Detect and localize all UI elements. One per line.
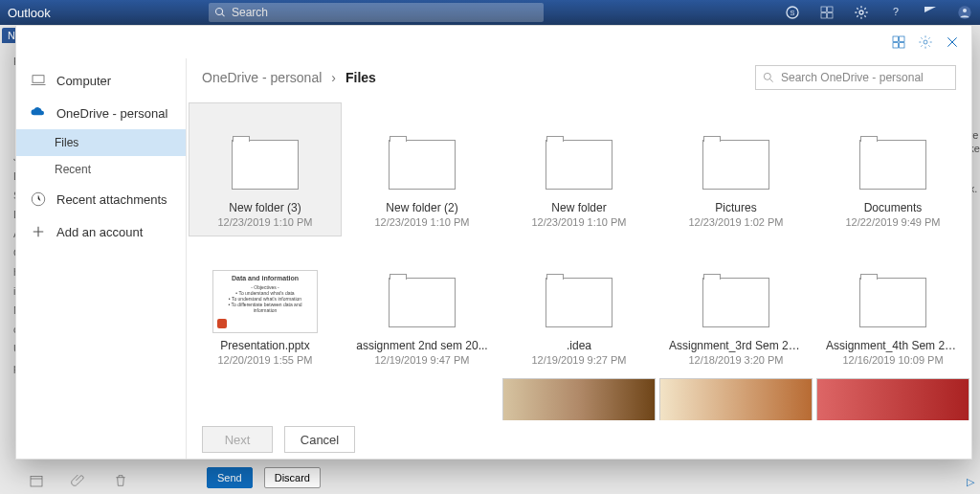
send-button[interactable]: Send (207, 467, 253, 488)
outlook-search[interactable]: Search (209, 3, 544, 22)
breadcrumb-root[interactable]: OneDrive - personal (202, 70, 322, 85)
svg-rect-13 (893, 43, 898, 48)
nav-add-account[interactable]: Add an account (16, 215, 186, 248)
folder-icon (859, 140, 926, 190)
notifications-icon[interactable] (923, 5, 938, 20)
file-tile[interactable]: Data and information - Objectives -• To … (189, 240, 342, 374)
settings-icon[interactable] (854, 5, 869, 20)
nav-computer[interactable]: Computer (16, 64, 186, 97)
svg-point-6 (859, 11, 863, 14)
nav-recent-attachments[interactable]: Recent attachments (16, 183, 186, 215)
onedrive-icon (30, 104, 47, 122)
folder-icon (546, 278, 612, 327)
file-tile[interactable]: New folder (3) 12/23/2019 1:10 PM (189, 102, 342, 236)
chevron-right-icon: › (331, 70, 336, 85)
compose-toolbar (29, 473, 128, 488)
dialog-titlebar (16, 26, 971, 58)
svg-rect-14 (900, 43, 904, 48)
file-tile[interactable]: Pictures 12/23/2019 1:02 PM (659, 102, 813, 236)
ad-indicator-icon[interactable]: ▷ (967, 476, 974, 488)
svg-point-9 (963, 9, 967, 12)
svg-rect-12 (900, 36, 904, 41)
file-tile[interactable]: Assignment_3rd Sem 20... 12/18/2019 3:20… (659, 240, 813, 374)
file-tile[interactable]: Assignment_4th Sem 20... 12/16/2019 10:0… (816, 240, 969, 374)
outlook-search-placeholder: Search (232, 6, 268, 19)
folder-icon (702, 140, 769, 190)
outlook-header-actions: S ? (785, 0, 972, 25)
clock-icon (30, 191, 47, 208)
nav-onedrive[interactable]: OneDrive - personal (16, 97, 186, 129)
plus-icon (30, 223, 47, 240)
svg-rect-2 (821, 7, 826, 11)
svg-rect-10 (31, 476, 42, 486)
skype-icon[interactable]: S (785, 5, 800, 20)
pptx-thumbnail: Data and information - Objectives -• To … (212, 270, 318, 333)
breadcrumb-current: Files (345, 70, 376, 85)
svg-text:S: S (791, 9, 795, 17)
picker-main: OneDrive - personal › Files Search OneDr… (187, 58, 971, 459)
file-tile[interactable]: Documents 12/22/2019 9:49 PM (816, 102, 969, 236)
compose-actions: Send Discard (207, 467, 321, 488)
dialog-footer: Next Cancel (187, 420, 971, 459)
close-icon[interactable] (945, 34, 960, 50)
nav-files[interactable]: Files (16, 129, 186, 156)
file-grid: New folder (3) 12/23/2019 1:10 PM New fo… (189, 102, 969, 420)
svg-rect-4 (821, 13, 826, 18)
view-grid-icon[interactable] (891, 34, 906, 50)
file-tile[interactable]: .idea 12/19/2019 9:27 PM (502, 240, 656, 374)
folder-icon (389, 278, 456, 327)
image-tile[interactable] (816, 378, 969, 420)
svg-rect-11 (893, 36, 898, 41)
svg-point-18 (764, 73, 770, 79)
folder-icon (546, 140, 612, 190)
outlook-header: Outlook Search S ? (0, 0, 980, 25)
laptop-icon (30, 72, 47, 89)
discard-button[interactable]: Discard (264, 467, 321, 488)
image-tile[interactable] (659, 378, 813, 420)
help-icon[interactable]: ? (888, 5, 903, 20)
calendar-icon[interactable] (29, 473, 44, 488)
account-avatar[interactable] (957, 5, 972, 20)
folder-icon (859, 278, 926, 327)
svg-rect-5 (828, 13, 833, 18)
cancel-button[interactable]: Cancel (284, 426, 355, 453)
folder-icon (389, 140, 456, 190)
image-tile[interactable] (502, 378, 656, 420)
svg-text:?: ? (893, 6, 899, 17)
breadcrumb: OneDrive - personal › Files (202, 70, 376, 85)
delete-icon[interactable] (113, 473, 128, 488)
dialog-settings-icon[interactable] (918, 34, 933, 50)
nav-recent[interactable]: Recent (16, 156, 186, 183)
picker-nav: Computer OneDrive - personal Files Recen… (16, 58, 187, 459)
folder-icon (232, 140, 299, 190)
folder-icon (702, 278, 769, 327)
powerpoint-icon (217, 319, 227, 328)
outlook-title: Outlook (8, 6, 180, 20)
svg-point-15 (924, 40, 927, 44)
attach-icon[interactable] (71, 473, 86, 488)
file-tile[interactable]: New folder 12/23/2019 1:10 PM (502, 102, 656, 236)
file-tile[interactable]: New folder (2) 12/23/2019 1:10 PM (345, 102, 499, 236)
file-picker-dialog: Computer OneDrive - personal Files Recen… (15, 25, 972, 460)
onedrive-search-placeholder: Search OneDrive - personal (781, 71, 924, 84)
onedrive-search[interactable]: Search OneDrive - personal (755, 65, 956, 90)
outlook-addons-icon[interactable] (819, 5, 835, 20)
search-icon (214, 7, 226, 18)
svg-rect-3 (828, 7, 833, 11)
search-icon (762, 71, 775, 84)
svg-rect-16 (33, 76, 44, 83)
file-tile[interactable]: assignment 2nd sem 20... 12/19/2019 9:47… (345, 240, 499, 374)
next-button: Next (202, 426, 273, 453)
